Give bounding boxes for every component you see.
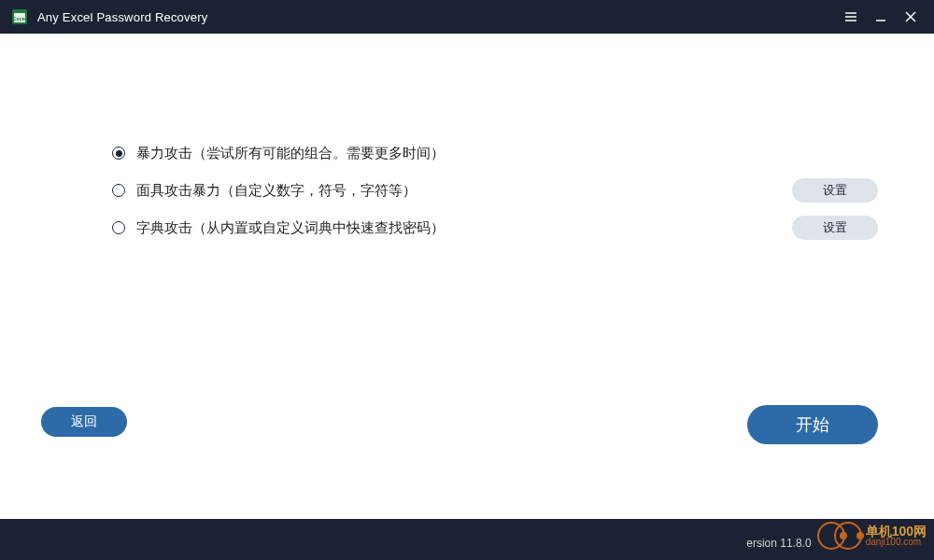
radio-unselected-icon[interactable] <box>112 184 125 197</box>
option-brute-force[interactable]: 暴力攻击（尝试所有可能的组合。需要更多时间） <box>112 134 878 172</box>
app-title: Any Excel Password Recovery <box>37 10 207 24</box>
app-window: Excel Any Excel Password Recovery 暴力攻击（尝… <box>0 0 934 560</box>
close-icon[interactable] <box>899 5 923 29</box>
option-label: 暴力攻击（尝试所有可能的组合。需要更多时间） <box>136 145 445 162</box>
radio-selected-icon[interactable] <box>112 147 125 160</box>
hamburger-icon[interactable] <box>839 5 863 29</box>
minimize-icon[interactable] <box>869 5 893 29</box>
footer-bar: ersion 11.8.0 单机100网 danji100.com <box>0 519 934 560</box>
radio-unselected-icon[interactable] <box>112 221 125 234</box>
watermark-logo-icon <box>834 522 862 550</box>
option-mask-attack[interactable]: 面具攻击暴力（自定义数字，符号，字符等） 设置 <box>112 172 878 209</box>
svg-text:Excel: Excel <box>12 16 27 21</box>
option-dictionary[interactable]: 字典攻击（从内置或自定义词典中快速查找密码） 设置 <box>112 209 878 246</box>
app-icon: Excel <box>11 8 28 25</box>
watermark-line2: danji100.com <box>866 538 927 547</box>
option-label: 面具攻击暴力（自定义数字，符号，字符等） <box>136 182 417 200</box>
settings-button-mask[interactable]: 设置 <box>792 178 878 203</box>
titlebar: Excel Any Excel Password Recovery <box>0 0 934 34</box>
back-button[interactable]: 返回 <box>41 407 127 437</box>
watermark: ersion 11.8.0 单机100网 danji100.com <box>746 515 927 556</box>
settings-button-dictionary[interactable]: 设置 <box>792 216 878 240</box>
content-area: 暴力攻击（尝试所有可能的组合。需要更多时间） 面具攻击暴力（自定义数字，符号，字… <box>0 34 934 519</box>
option-label: 字典攻击（从内置或自定义词典中快速查找密码） <box>136 219 445 237</box>
watermark-line1: 单机100网 <box>866 525 927 538</box>
version-text: ersion 11.8.0 <box>746 537 811 550</box>
start-button[interactable]: 开始 <box>747 405 878 444</box>
